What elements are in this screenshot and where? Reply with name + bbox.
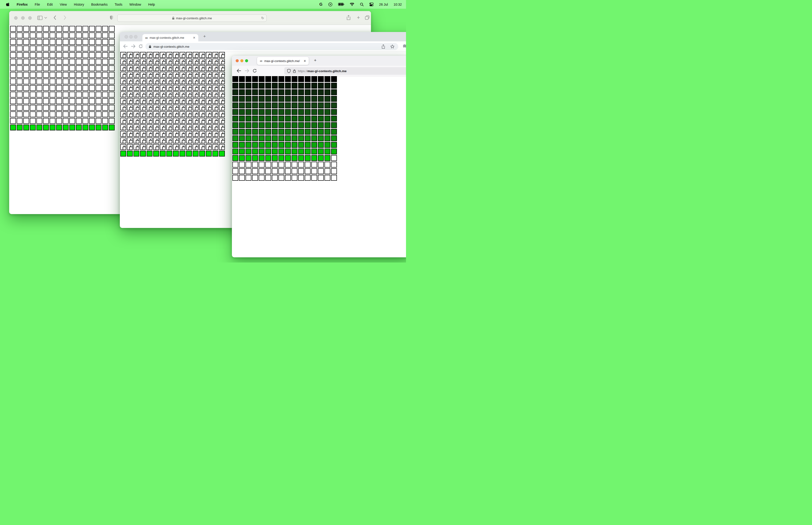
chrome-active-tab[interactable]: ∞ max-gl-contexts.glitch.me ✕	[142, 34, 198, 41]
share-icon[interactable]	[382, 44, 385, 49]
google-g-icon[interactable]: G	[319, 2, 322, 6]
menu-item-history[interactable]: History	[74, 3, 84, 6]
tracking-shield-icon[interactable]	[287, 69, 291, 73]
canvas-cell	[30, 46, 36, 51]
safari-url-field[interactable]: max-gl-contexts.glitch.me ↻	[117, 14, 267, 22]
firefox-active-tab[interactable]: ∞ max-gl-contexts.glitch.me/ ✕	[257, 57, 309, 65]
canvas-cell	[180, 151, 185, 156]
canvas-cell: ×‿	[186, 137, 192, 144]
canvas-cell: ×‿	[186, 118, 192, 124]
menu-bar-time[interactable]: 10:32	[394, 3, 402, 6]
forward-icon[interactable]	[64, 15, 66, 20]
canvas-cell	[331, 109, 337, 115]
new-tab-plus-icon[interactable]: +	[357, 16, 360, 19]
control-center-icon[interactable]	[369, 2, 373, 6]
back-icon[interactable]	[236, 69, 241, 73]
canvas-cell: ×‿	[153, 124, 159, 130]
lock-icon[interactable]	[293, 69, 296, 73]
canvas-cell	[69, 52, 75, 58]
canvas-cell	[153, 151, 159, 156]
battery-charging-icon[interactable]	[338, 2, 344, 6]
menu-item-file[interactable]: File	[35, 3, 40, 6]
canvas-cell	[318, 122, 324, 128]
canvas-cell	[252, 155, 258, 161]
menu-item-tools[interactable]: Tools	[114, 3, 122, 6]
firefox-new-tab-button[interactable]: +	[314, 58, 317, 63]
canvas-cell	[324, 116, 330, 121]
chrome-url-field[interactable]: max-gl-contexts.glitch.me	[145, 43, 398, 50]
canvas-cell: ×‿	[134, 111, 139, 117]
canvas-cell	[292, 83, 297, 89]
menu-item-bookmarks[interactable]: Bookmarks	[91, 3, 108, 6]
chrome-minimize-button[interactable]	[129, 35, 133, 39]
canvas-cell	[331, 83, 337, 89]
apple-icon[interactable]	[6, 2, 10, 6]
canvas-cell	[89, 105, 95, 111]
canvas-cell	[265, 175, 271, 181]
canvas-cell	[10, 111, 16, 117]
active-app-name[interactable]: Firefox	[17, 3, 28, 6]
tab-close-icon[interactable]: ✕	[304, 59, 306, 63]
firefox-close-button[interactable]	[236, 59, 239, 62]
canvas-cell: ×‿	[212, 98, 218, 104]
broken-canvas-icon: ×‿	[162, 61, 166, 64]
canvas-cell: ×‿	[212, 144, 218, 150]
menu-item-help[interactable]: Help	[148, 3, 155, 6]
canvas-cell	[265, 149, 271, 154]
canvas-cell	[324, 168, 330, 174]
reload-icon[interactable]	[252, 69, 257, 73]
canvas-cell	[23, 111, 29, 117]
canvas-cell	[232, 96, 238, 102]
tab-close-icon[interactable]: ✕	[193, 36, 196, 40]
back-icon[interactable]	[123, 44, 128, 48]
firefox-url-field[interactable]: https://max-gl-contexts.glitch.me	[284, 67, 406, 75]
canvas-cell	[69, 39, 75, 45]
reload-icon[interactable]	[139, 44, 143, 48]
menu-bar-date[interactable]: 26 Jul	[379, 3, 388, 6]
wifi-icon[interactable]	[350, 2, 354, 6]
canvas-cell: ×‿	[186, 105, 192, 110]
canvas-cell	[318, 103, 324, 108]
play-circle-icon[interactable]	[328, 2, 333, 6]
bookmark-star-icon[interactable]	[390, 44, 395, 49]
extensions-puzzle-icon[interactable]	[402, 44, 406, 49]
canvas-cell	[311, 122, 317, 128]
share-icon[interactable]	[347, 15, 351, 20]
broken-canvas-icon: ×‿	[221, 134, 225, 137]
broken-canvas-icon: ×‿	[202, 107, 205, 110]
canvas-cell	[102, 111, 108, 117]
sidebar-icon[interactable]	[37, 16, 43, 20]
forward-icon[interactable]	[131, 44, 136, 48]
canvas-cell: ×‿	[212, 85, 218, 91]
canvas-cell: ×‿	[160, 72, 166, 77]
menu-item-edit[interactable]: Edit	[47, 3, 52, 6]
broken-canvas-icon: ×‿	[188, 94, 192, 97]
menu-item-view[interactable]: View	[60, 3, 67, 6]
menu-item-window[interactable]: Window	[129, 3, 141, 6]
chrome-new-tab-button[interactable]: +	[203, 34, 206, 39]
canvas-cell: ×‿	[120, 118, 126, 124]
broken-canvas-icon: ×‿	[129, 94, 133, 97]
reload-icon[interactable]: ↻	[261, 16, 264, 20]
canvas-cell	[272, 162, 278, 168]
broken-canvas-icon: ×‿	[182, 140, 185, 144]
firefox-minimize-button[interactable]	[240, 59, 243, 62]
chrome-close-button[interactable]	[124, 35, 128, 39]
privacy-shield-icon[interactable]	[110, 15, 113, 20]
chevron-down-icon[interactable]	[44, 17, 47, 19]
canvas-cell: ×‿	[193, 85, 199, 91]
broken-canvas-icon: ×‿	[155, 114, 159, 117]
canvas-cell: ×‿	[199, 118, 205, 124]
forward-icon[interactable]	[245, 69, 249, 73]
canvas-cell: ×‿	[160, 91, 166, 97]
search-icon[interactable]	[360, 2, 364, 6]
safari-minimize-button[interactable]	[21, 16, 25, 20]
back-icon[interactable]	[53, 15, 56, 20]
chrome-zoom-button[interactable]	[134, 35, 137, 39]
safari-close-button[interactable]	[14, 16, 18, 20]
safari-zoom-button[interactable]	[28, 16, 32, 20]
canvas-cell	[89, 46, 95, 51]
broken-canvas-icon: ×‿	[215, 55, 218, 58]
firefox-zoom-button[interactable]	[245, 59, 248, 62]
tab-overview-icon[interactable]	[365, 15, 370, 20]
